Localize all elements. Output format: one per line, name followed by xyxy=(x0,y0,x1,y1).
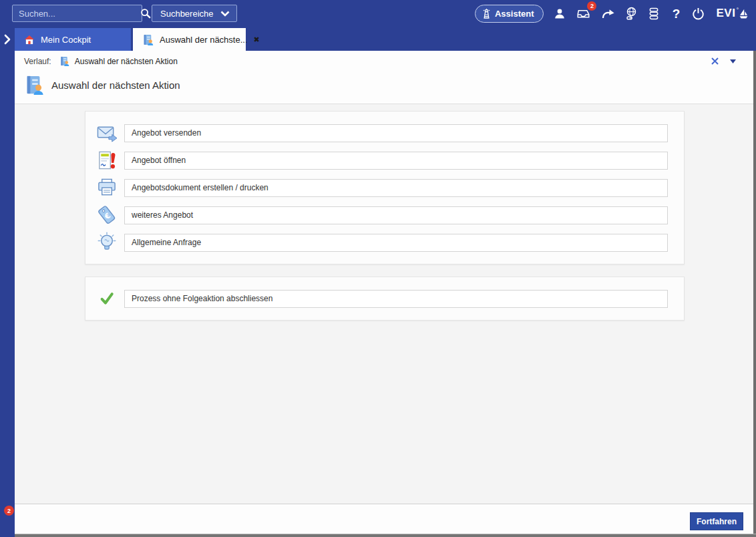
close-view-icon[interactable] xyxy=(711,57,719,65)
history-label: Verlauf: xyxy=(24,57,51,66)
sidebar-expand-icon[interactable] xyxy=(0,28,15,51)
evi-logo: EVI ° xyxy=(716,6,748,21)
action-row: Angebot öffnen xyxy=(96,149,668,172)
redo-arrow-icon[interactable] xyxy=(601,5,615,21)
assistant-label: Assistent xyxy=(495,9,534,19)
action-button[interactable]: Allgemeine Anfrage xyxy=(124,234,668,252)
chevron-down-icon xyxy=(220,11,230,17)
search-scope-label: Suchbereiche xyxy=(160,9,214,19)
home-icon xyxy=(24,35,35,45)
action-row: Angebot versenden xyxy=(96,122,668,144)
price-tag-icon: € xyxy=(96,204,118,226)
database-icon[interactable] xyxy=(648,5,660,21)
tab-label: Auswahl der nächste... xyxy=(160,35,248,45)
page-title: Auswahl der nächsten Aktion xyxy=(51,79,180,91)
search-scope-dropdown[interactable]: Suchbereiche xyxy=(152,5,237,22)
action-button[interactable]: weiteres Angebot xyxy=(124,206,668,224)
open-offer-icon xyxy=(96,149,118,172)
action-doc-icon xyxy=(142,34,154,45)
action-button[interactable]: Angebot öffnen xyxy=(124,152,668,170)
print-icon xyxy=(96,176,118,199)
topbar: Suchbereiche Assistent 2 xyxy=(0,0,756,27)
evi-logo-text: EVI xyxy=(716,6,735,21)
inbox-icon[interactable]: 2 xyxy=(576,5,591,21)
window-bottom-edge xyxy=(15,534,756,537)
tab-auswahl-der-naechsten-aktion[interactable]: Auswahl der nächste... ✖ xyxy=(133,28,246,51)
app-window: Suchbereiche Assistent 2 xyxy=(0,0,756,537)
user-icon[interactable] xyxy=(554,5,566,21)
tabbar: Mein Cockpit Auswahl der nächste... ✖ xyxy=(0,27,756,51)
history-item[interactable]: Auswahl der nächsten Aktion xyxy=(75,57,178,66)
action-row: €weiteres Angebot xyxy=(96,204,668,226)
lighthouse-icon xyxy=(482,8,491,19)
action-doc-icon xyxy=(59,56,69,66)
action-groups: Angebot versendenAngebot öffnenAngebotsd… xyxy=(15,105,753,504)
action-card: Prozess ohne Folgeaktion abschliessen xyxy=(85,277,685,321)
history-controls xyxy=(711,57,744,65)
inbox-badge: 2 xyxy=(587,1,596,11)
help-icon[interactable]: ? xyxy=(670,5,682,21)
idea-icon xyxy=(96,231,118,254)
footer: Fortfahren xyxy=(15,504,753,534)
action-card: Angebot versendenAngebot öffnenAngebotsd… xyxy=(85,111,685,264)
check-icon xyxy=(96,287,118,310)
tab-label: Mein Cockpit xyxy=(41,35,91,45)
action-button[interactable]: Prozess ohne Folgeaktion abschliessen xyxy=(124,290,668,308)
title-row: Auswahl der nächsten Aktion xyxy=(15,70,753,96)
power-icon[interactable] xyxy=(692,5,705,21)
page-header: Verlauf: Auswahl der nächsten Aktion Aus… xyxy=(15,51,753,104)
action-doc-icon xyxy=(24,74,44,96)
action-button[interactable]: Angebotsdokument erstellen / drucken xyxy=(124,179,668,197)
globe-link-icon[interactable] xyxy=(625,5,638,21)
sidebar-notification-badge[interactable]: 2 xyxy=(4,506,14,516)
send-email-icon xyxy=(96,122,118,144)
history-bar: Verlauf: Auswahl der nächsten Aktion xyxy=(15,51,753,70)
search-input[interactable] xyxy=(13,5,140,21)
tab-mein-cockpit[interactable]: Mein Cockpit xyxy=(15,28,131,51)
caret-down-icon[interactable] xyxy=(730,59,736,63)
assistant-button[interactable]: Assistent xyxy=(475,5,544,23)
action-row: Prozess ohne Folgeaktion abschliessen xyxy=(96,287,668,310)
action-row: Allgemeine Anfrage xyxy=(96,231,668,254)
topbar-actions: Assistent 2 ? xyxy=(475,5,756,23)
action-button[interactable]: Angebot versenden xyxy=(124,124,668,142)
sailboat-icon xyxy=(739,9,748,19)
search-box xyxy=(12,5,142,22)
search-icon[interactable] xyxy=(140,8,151,19)
window-right-edge xyxy=(753,51,756,537)
collapsed-sidebar xyxy=(0,51,15,537)
continue-button[interactable]: Fortfahren xyxy=(690,512,743,530)
tab-close-icon[interactable]: ✖ xyxy=(254,36,260,43)
action-row: Angebotsdokument erstellen / drucken xyxy=(96,176,668,199)
